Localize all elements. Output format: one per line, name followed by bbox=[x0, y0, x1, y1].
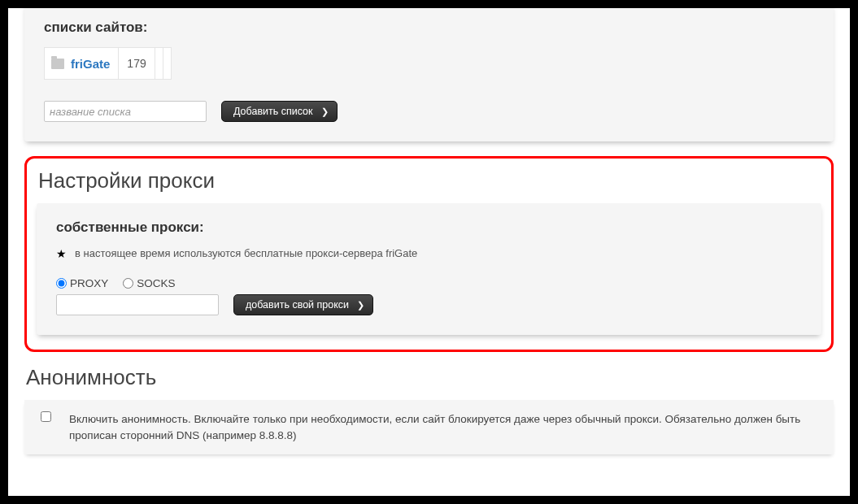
radio-socks-label: SOCKS bbox=[137, 277, 175, 289]
add-proxy-button[interactable]: добавить свой прокси ❯ bbox=[233, 294, 373, 315]
radio-socks[interactable]: SOCKS bbox=[123, 277, 175, 289]
page: списки сайтов: friGate 179 Добавить спис… bbox=[8, 8, 850, 496]
chevron-right-icon: ❯ bbox=[321, 107, 329, 116]
proxy-input[interactable] bbox=[56, 294, 219, 315]
radio-proxy-label: PROXY bbox=[70, 277, 108, 289]
add-proxy-button-label: добавить свой прокси bbox=[246, 299, 349, 311]
add-list-button[interactable]: Добавить список ❯ bbox=[221, 101, 338, 122]
folder-icon bbox=[51, 59, 64, 69]
own-proxy-title: собственные прокси: bbox=[56, 219, 802, 236]
site-lists-panel: списки сайтов: friGate 179 Добавить спис… bbox=[24, 8, 834, 141]
star-icon: ★ bbox=[56, 248, 67, 259]
new-list-input[interactable] bbox=[44, 101, 207, 122]
anonymity-checkbox[interactable] bbox=[41, 411, 51, 422]
site-list-count: 179 bbox=[118, 48, 154, 79]
proxy-type-row: PROXY SOCKS bbox=[56, 277, 802, 289]
add-list-button-label: Добавить список bbox=[233, 106, 313, 117]
site-lists-title: списки сайтов: bbox=[44, 20, 814, 36]
site-list-name[interactable]: friGate bbox=[71, 57, 110, 71]
radio-proxy[interactable]: PROXY bbox=[56, 277, 108, 289]
anonymity-section-title: Анонимность bbox=[26, 365, 834, 390]
site-list-spacer bbox=[155, 48, 163, 79]
proxy-section-highlight: Настройки прокси собственные прокси: ★ в… bbox=[24, 156, 834, 352]
proxy-section-title: Настройки прокси bbox=[38, 168, 821, 193]
anonymity-text: Включить анонимность. Включайте только п… bbox=[69, 411, 817, 443]
proxy-note-text: в настоящее время используются бесплатны… bbox=[75, 247, 417, 259]
radio-proxy-input[interactable] bbox=[56, 278, 67, 289]
proxy-note: ★ в настоящее время используются бесплат… bbox=[56, 247, 802, 259]
proxy-panel: собственные прокси: ★ в настоящее время … bbox=[37, 203, 821, 335]
radio-socks-input[interactable] bbox=[123, 278, 133, 289]
site-list-main[interactable]: friGate bbox=[45, 57, 118, 71]
site-lists-row: friGate 179 bbox=[44, 47, 814, 80]
add-list-row: Добавить список ❯ bbox=[44, 101, 814, 122]
site-list-spacer bbox=[163, 48, 171, 79]
add-proxy-row: добавить свой прокси ❯ bbox=[56, 294, 802, 315]
chevron-right-icon: ❯ bbox=[357, 301, 364, 310]
site-list-item[interactable]: friGate 179 bbox=[44, 47, 172, 80]
anonymity-panel: Включить анонимность. Включайте только п… bbox=[24, 400, 834, 454]
